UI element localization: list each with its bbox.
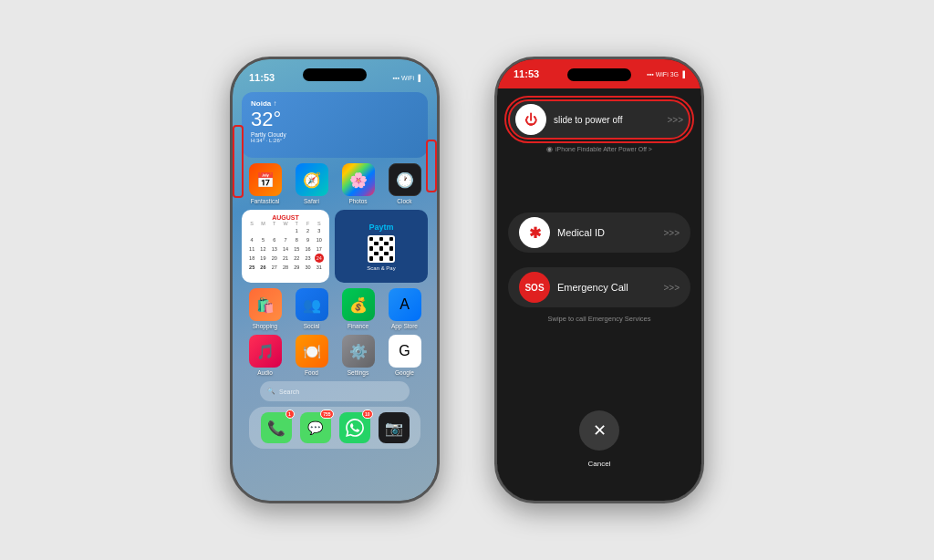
right-dynamic-island xyxy=(567,68,631,81)
right-phone: 11:53 ▪▪▪ WiFi 3G ▐ ⏻ slide to power off… xyxy=(494,57,704,503)
search-placeholder: Search xyxy=(279,389,299,395)
paytm-scan-label: Scan & Pay xyxy=(367,265,395,271)
left-phone: 11:53 ▪▪▪ WiFi ▐ Noida ↑ 32° Partly Clou… xyxy=(230,57,440,503)
app-finance[interactable]: 💰 Finance xyxy=(342,288,375,329)
clock-label: Clock xyxy=(397,198,411,204)
power-slider[interactable]: ⏻ slide to power off >>> xyxy=(508,99,690,140)
power-slider-label: slide to power off xyxy=(554,115,659,125)
airtag-icon: ◉ xyxy=(546,145,553,153)
messages-badge: 755 xyxy=(320,410,333,419)
middle-widget-row: AUGUST S M T W T F S 1 xyxy=(242,210,428,283)
app-google[interactable]: G Google xyxy=(389,335,421,376)
top-app-row: 📅 Fantastical 🧭 Safari 🌸 Photos 🕐 Clock xyxy=(242,163,428,204)
appstore-label: App Store xyxy=(391,323,418,329)
settings-label: Settings xyxy=(348,369,369,376)
power-screen: 11:53 ▪▪▪ WiFi 3G ▐ ⏻ slide to power off… xyxy=(497,59,701,501)
emergency-call-slider[interactable]: SOS Emergency Call >>> xyxy=(508,267,690,307)
clock-icon: 🕐 xyxy=(389,163,421,196)
right-wifi-icon: WiFi xyxy=(656,71,669,78)
calendar-today: 24 xyxy=(315,254,324,263)
right-network-icon: 3G xyxy=(670,71,679,78)
social-label: Social xyxy=(304,323,320,329)
app-fantastical[interactable]: 📅 Fantastical xyxy=(249,163,282,204)
right-signal-icon: ▪▪▪ xyxy=(647,71,653,78)
weather-temp: 32° xyxy=(251,108,419,131)
photos-icon: 🌸 xyxy=(342,163,375,196)
right-status-time: 11:53 xyxy=(514,68,539,79)
app-safari[interactable]: 🧭 Safari xyxy=(296,163,328,204)
power-button[interactable] xyxy=(438,146,440,192)
battery-icon: ▐ xyxy=(416,75,420,81)
app-clock[interactable]: 🕐 Clock xyxy=(389,163,421,204)
food-label: Food xyxy=(305,369,318,376)
weather-range: H:34° · L:26° xyxy=(251,138,419,143)
right-power-button[interactable] xyxy=(702,146,704,192)
right-battery-icon: ▐ xyxy=(680,71,685,78)
right-status-icons: ▪▪▪ WiFi 3G ▐ xyxy=(647,71,685,78)
search-bar[interactable]: 🔍 Search xyxy=(260,381,410,401)
finance-icon: 💰 xyxy=(342,288,375,321)
findable-after-poweroff: ◉ iPhone Findable After Power Off > xyxy=(497,145,701,153)
dock-messages[interactable]: 💬 755 xyxy=(300,412,331,443)
phone-badge: 1 xyxy=(285,410,295,419)
safari-icon: 🧭 xyxy=(296,163,328,196)
dock-whatsapp[interactable]: 10 xyxy=(339,412,370,443)
medical-id-slider[interactable]: ✱ Medical ID >>> xyxy=(508,213,690,253)
paytm-widget[interactable]: Paytm Scan & Pay xyxy=(335,210,428,283)
calendar-month: AUGUST xyxy=(246,214,325,221)
whatsapp-badge: 10 xyxy=(362,410,373,419)
medical-id-label: Medical ID xyxy=(557,227,656,238)
cancel-x-icon: ✕ xyxy=(593,420,607,441)
app-appstore[interactable]: A App Store xyxy=(389,288,421,329)
widgets-area: Noida ↑ 32° Partly Cloudy H:34° · L:26° … xyxy=(242,92,428,449)
volume-up-button[interactable] xyxy=(230,132,232,158)
shopping-label: Shopping xyxy=(253,323,277,329)
social-icon: 👥 xyxy=(296,288,328,321)
google-icon: G xyxy=(389,335,421,368)
right-volume-up-button[interactable] xyxy=(494,132,496,158)
power-icon: ⏻ xyxy=(524,112,537,127)
fantastical-icon: 📅 xyxy=(249,163,282,196)
cancel-button[interactable]: ✕ xyxy=(579,410,619,451)
finance-label: Finance xyxy=(348,323,368,329)
google-label: Google xyxy=(395,369,414,376)
emergency-arrows: >>> xyxy=(663,283,680,293)
dock-camera[interactable]: 📷 xyxy=(379,412,410,443)
power-slider-thumb: ⏻ xyxy=(515,104,546,135)
weather-widget[interactable]: Noida ↑ 32° Partly Cloudy H:34° · L:26° xyxy=(242,92,428,158)
shopping-icon: 🛍️ xyxy=(249,288,282,321)
findable-label: iPhone Findable After Power Off > xyxy=(555,146,652,152)
cancel-label: Cancel xyxy=(588,460,611,468)
app-shopping[interactable]: 🛍️ Shopping xyxy=(249,288,282,329)
settings-icon: ⚙️ xyxy=(342,335,375,368)
medical-arrows: >>> xyxy=(663,228,680,238)
app-settings[interactable]: ⚙️ Settings xyxy=(342,335,375,376)
app-social[interactable]: 👥 Social xyxy=(296,288,328,329)
wifi-icon: WiFi xyxy=(401,75,414,81)
audio-label: Audio xyxy=(257,369,273,376)
app-photos[interactable]: 🌸 Photos xyxy=(342,163,375,204)
fantastical-label: Fantastical xyxy=(251,198,279,204)
signal-icon: ▪▪▪ xyxy=(393,75,400,81)
app-audio[interactable]: 🎵 Audio xyxy=(249,335,282,376)
emergency-call-label: Emergency Call xyxy=(557,282,656,293)
home-screen: 11:53 ▪▪▪ WiFi ▐ Noida ↑ 32° Partly Clou… xyxy=(233,59,437,501)
app-row-2: 🛍️ Shopping 👥 Social 💰 Finance A App Sto… xyxy=(242,288,428,329)
dock-phone[interactable]: 📞 1 xyxy=(261,412,292,443)
app-food[interactable]: 🍽️ Food xyxy=(296,335,328,376)
paytm-qr-code xyxy=(368,235,395,263)
right-volume-down-button[interactable] xyxy=(494,165,496,191)
weather-city: Noida ↑ xyxy=(251,99,419,108)
paytm-logo: Paytm xyxy=(368,223,393,232)
sos-thumb: SOS xyxy=(519,272,550,303)
status-time: 11:53 xyxy=(249,72,275,83)
volume-down-button[interactable] xyxy=(230,165,232,191)
medical-thumb: ✱ xyxy=(519,217,550,248)
power-slider-arrows: >>> xyxy=(667,115,683,125)
calendar-grid: S M T W T F S 1 2 3 xyxy=(246,221,325,272)
calendar-widget[interactable]: AUGUST S M T W T F S 1 xyxy=(242,210,329,283)
photos-label: Photos xyxy=(348,198,367,204)
weather-desc: Partly Cloudy xyxy=(251,131,419,138)
food-icon: 🍽️ xyxy=(296,335,328,368)
search-icon: 🔍 xyxy=(267,388,275,395)
